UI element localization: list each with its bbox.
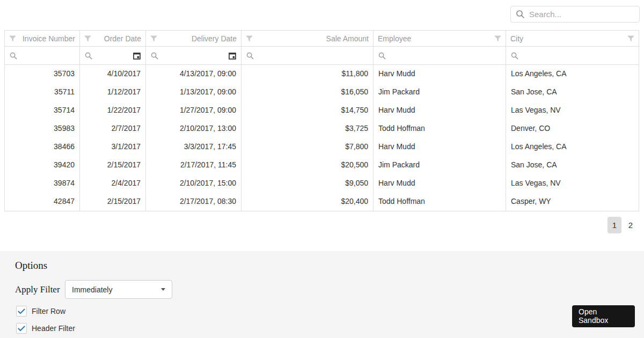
filter-row-cell-sale-amount[interactable] — [241, 47, 374, 64]
cell-invoice-number: 42847 — [5, 193, 80, 211]
calendar-icon[interactable] — [229, 52, 236, 60]
cell-sale-amount: $7,800 — [241, 138, 374, 156]
cell-city: Casper, WY — [506, 193, 639, 211]
cell-delivery-date: 2/10/2017, 15:00 — [146, 174, 241, 193]
cell-city: Las Vegas, NV — [506, 174, 639, 193]
filter-row-cell-employee[interactable] — [374, 47, 506, 64]
cell-delivery-date: 2/17/2017, 08:30 — [146, 193, 241, 211]
cell-employee: Todd Hoffman — [374, 193, 506, 211]
cell-city: San Jose, CA — [506, 156, 639, 174]
search-icon — [246, 52, 254, 60]
search-input[interactable] — [529, 10, 636, 19]
cell-delivery-date: 3/3/2017, 17:45 — [146, 138, 241, 156]
open-sandbox-button[interactable]: Open Sandbox — [572, 305, 635, 327]
cell-employee: Todd Hoffman — [374, 120, 506, 138]
column-header-employee[interactable]: Employee — [374, 31, 506, 46]
cell-delivery-date: 1/27/2017, 09:00 — [146, 101, 241, 120]
cell-invoice-number: 38466 — [5, 138, 80, 156]
header-filter-checkbox[interactable] — [16, 323, 27, 334]
search-input-container[interactable] — [510, 6, 640, 23]
filter-row-cell-order-date[interactable] — [80, 47, 146, 64]
cell-invoice-number: 35714 — [5, 101, 80, 120]
options-checkboxes: Filter RowHeader Filter — [15, 306, 644, 334]
apply-filter-select[interactable]: Immediately — [65, 280, 172, 299]
table-row[interactable]: 384663/1/20173/3/2017, 17:45$7,800Harv M… — [5, 138, 639, 156]
calendar-icon[interactable] — [133, 52, 141, 60]
header-filter-icon[interactable] — [9, 35, 16, 42]
header-filter-icon[interactable] — [150, 35, 157, 42]
check-icon — [18, 326, 25, 332]
cell-order-date: 1/22/2017 — [80, 101, 146, 120]
cell-order-date: 3/1/2017 — [80, 138, 146, 156]
table-row[interactable]: 357141/22/20171/27/2017, 09:00$14,750Har… — [5, 101, 639, 120]
header-filter-icon[interactable] — [627, 35, 634, 42]
cell-invoice-number: 39874 — [5, 174, 80, 193]
column-header-label: Order Date — [104, 34, 141, 43]
cell-employee: Jim Packard — [374, 83, 506, 101]
cell-employee: Harv Mudd — [374, 174, 506, 193]
apply-filter-row: Apply Filter Immediately — [15, 280, 644, 299]
grid-filter-row — [5, 47, 639, 65]
search-icon — [516, 10, 525, 19]
table-row[interactable]: 359832/7/20172/10/2017, 13:00$3,725Todd … — [5, 120, 639, 138]
column-header-delivery-date[interactable]: Delivery Date — [146, 31, 241, 46]
table-row[interactable]: 428472/15/20172/17/2017, 08:30$20,400Tod… — [5, 193, 639, 211]
checkbox-label: Header Filter — [32, 324, 75, 333]
cell-invoice-number: 35711 — [5, 83, 80, 101]
cell-sale-amount: $9,050 — [241, 174, 374, 193]
column-header-sale-amount[interactable]: Sale Amount — [241, 31, 374, 46]
data-grid: Invoice NumberOrder DateDelivery DateSal… — [4, 30, 639, 211]
column-header-city[interactable]: City — [506, 31, 639, 46]
search-icon — [151, 52, 158, 60]
cell-order-date: 2/7/2017 — [80, 120, 146, 138]
header-filter-icon[interactable] — [84, 35, 91, 42]
header-filter-icon[interactable] — [494, 35, 501, 42]
cell-invoice-number: 35983 — [5, 120, 80, 138]
search-icon — [511, 52, 518, 60]
cell-sale-amount: $20,500 — [241, 156, 374, 174]
cell-employee: Harv Mudd — [374, 101, 506, 120]
filter-row-cell-delivery-date[interactable] — [146, 47, 241, 64]
pager-page-1[interactable]: 1 — [608, 217, 621, 233]
column-header-order-date[interactable]: Order Date — [80, 31, 146, 46]
cell-sale-amount: $14,750 — [241, 101, 374, 120]
search-icon — [85, 52, 92, 60]
filter-row-checkbox[interactable] — [16, 306, 27, 317]
cell-sale-amount: $11,800 — [241, 65, 374, 83]
apply-filter-selected-value: Immediately — [72, 285, 112, 294]
cell-invoice-number: 35703 — [5, 65, 80, 83]
table-row[interactable]: 357111/12/20171/13/2017, 09:00$16,050Jim… — [5, 83, 639, 101]
search-icon — [10, 52, 17, 60]
cell-sale-amount: $3,725 — [241, 120, 374, 138]
cell-order-date: 2/4/2017 — [80, 174, 146, 193]
column-header-label: Invoice Number — [23, 34, 75, 43]
cell-order-date: 2/15/2017 — [80, 156, 146, 174]
cell-city: Los Angeles, CA — [506, 138, 639, 156]
filter-row-cell-invoice-number[interactable] — [5, 47, 80, 64]
cell-city: Los Angeles, CA — [506, 65, 639, 83]
column-header-label: City — [510, 34, 523, 43]
cell-order-date: 2/15/2017 — [80, 193, 146, 211]
cell-employee: Harv Mudd — [374, 138, 506, 156]
table-row[interactable]: 398742/4/20172/10/2017, 15:00$9,050Harv … — [5, 174, 639, 193]
filter-row-cell-city[interactable] — [506, 47, 639, 64]
cell-city: Las Vegas, NV — [506, 101, 639, 120]
pager-page-2[interactable]: 2 — [624, 217, 638, 233]
header-filter-icon[interactable] — [246, 35, 253, 42]
chevron-down-icon — [161, 288, 165, 291]
cell-order-date: 1/12/2017 — [80, 83, 146, 101]
table-row[interactable]: 357034/10/20174/13/2017, 09:00$11,800Har… — [5, 65, 639, 83]
grid-toolbar — [0, 0, 644, 30]
pager: 12 — [0, 211, 644, 238]
cell-employee: Jim Packard — [374, 156, 506, 174]
grid-body: 357034/10/20174/13/2017, 09:00$11,800Har… — [5, 65, 639, 211]
cell-delivery-date: 1/13/2017, 09:00 — [146, 83, 241, 101]
cell-order-date: 4/10/2017 — [80, 65, 146, 83]
table-row[interactable]: 394202/15/20172/17/2017, 11:45$20,500Jim… — [5, 156, 639, 174]
column-header-label: Delivery Date — [192, 34, 237, 43]
cell-invoice-number: 39420 — [5, 156, 80, 174]
column-header-invoice-number[interactable]: Invoice Number — [5, 31, 80, 46]
cell-city: Denver, CO — [506, 120, 639, 138]
check-icon — [18, 308, 25, 314]
cell-delivery-date: 4/13/2017, 09:00 — [146, 65, 241, 83]
